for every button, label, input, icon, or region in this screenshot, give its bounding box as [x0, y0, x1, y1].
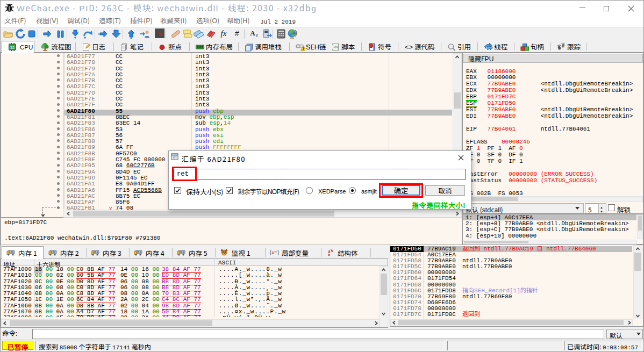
svg-text:<>: <>	[405, 44, 413, 52]
svg-text:#: #	[235, 29, 239, 38]
svg-text:[x=]: [x=]	[270, 249, 279, 255]
svg-text:S: S	[158, 30, 161, 38]
svg-text:!: !	[303, 46, 304, 51]
svg-text:32: 32	[10, 46, 15, 49]
svg-text:z: z	[256, 32, 258, 38]
svg-text:fx: fx	[221, 29, 227, 38]
svg-text:A: A	[250, 29, 255, 37]
svg-text:<>: <>	[334, 44, 338, 49]
